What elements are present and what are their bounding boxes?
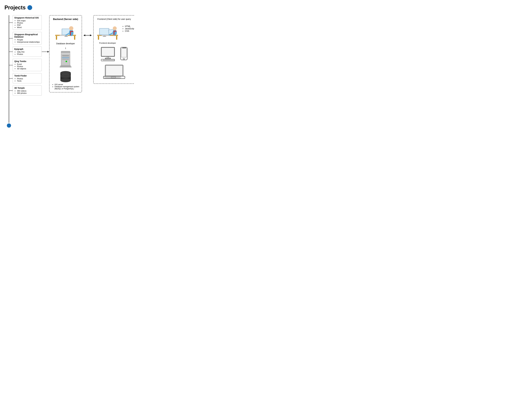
laptop-device xyxy=(102,64,126,81)
project-title-tomb-finder: Tomb Finder xyxy=(14,75,40,77)
database-figure xyxy=(52,69,80,83)
project-box-3d-temple: 3D Temple 360 videos 360 photos xyxy=(13,85,42,96)
project-box-singapore-biographical: Singapore Biographical Database People I… xyxy=(13,32,42,45)
project-item: Photos xyxy=(17,53,40,55)
svg-marker-33 xyxy=(90,34,92,36)
project-item: Photos xyxy=(17,22,40,24)
right-arrow-svg xyxy=(42,49,49,54)
svg-point-29 xyxy=(60,79,71,82)
project-title-singapore-historical-gis: Singapore Historical GIS xyxy=(14,16,40,19)
svg-point-45 xyxy=(113,30,117,35)
backend-bullet-2: Database management system (MySQL or Pos… xyxy=(55,86,80,90)
database-developer-label: Database developer xyxy=(52,42,80,45)
project-item: GIS maps xyxy=(17,19,40,22)
backend-title: Backend (Server side) xyxy=(52,18,80,21)
svg-rect-39 xyxy=(100,29,109,34)
svg-rect-41 xyxy=(103,36,106,37)
svg-point-1 xyxy=(7,123,11,128)
svg-point-12 xyxy=(69,30,73,36)
svg-rect-21 xyxy=(62,57,69,58)
tech-html: HTML xyxy=(125,25,134,28)
svg-rect-10 xyxy=(65,36,68,37)
project-title-epigraph: Epigraph xyxy=(14,48,40,50)
svg-rect-22 xyxy=(62,59,69,60)
project-box-singapore-historical-gis: Singapore Historical GIS GIS maps Photos… xyxy=(13,15,42,30)
frontend-box: Frontend (Client side) for user query xyxy=(93,15,134,84)
title-dot xyxy=(28,5,32,10)
svg-rect-19 xyxy=(61,53,70,54)
svg-rect-63 xyxy=(106,66,122,75)
project-item: Word xyxy=(17,26,40,29)
frontend-developer-label: Frontend developer xyxy=(96,42,119,44)
svg-rect-49 xyxy=(114,31,116,32)
svg-rect-18 xyxy=(61,51,70,53)
svg-rect-52 xyxy=(107,57,109,58)
svg-rect-53 xyxy=(105,58,111,59)
double-arrow-svg xyxy=(83,33,92,38)
project-item: Interpersonal relationships xyxy=(17,41,40,43)
client-devices-area xyxy=(96,46,133,81)
project-item: XML/TEI xyxy=(17,51,40,53)
svg-point-28 xyxy=(60,74,71,78)
project-title-singapore-biographical: Singapore Biographical Database xyxy=(14,33,40,38)
backend-bullet-1: GIS server xyxy=(55,84,80,86)
svg-rect-51 xyxy=(102,48,114,56)
svg-marker-3 xyxy=(47,51,49,53)
svg-rect-54 xyxy=(101,59,115,61)
project-item: People xyxy=(17,39,40,41)
svg-point-13 xyxy=(69,26,73,30)
database-developer-figure xyxy=(52,22,80,42)
svg-marker-32 xyxy=(84,34,85,36)
frontend-developer-figure: Frontend developer xyxy=(96,22,119,44)
svg-rect-24 xyxy=(60,65,71,66)
backend-bullets: GIS server Database management system (M… xyxy=(52,84,80,90)
svg-rect-44 xyxy=(102,35,110,36)
svg-rect-20 xyxy=(62,55,69,56)
project-box-tomb-finder: Tomb Finder Photos Texts xyxy=(13,73,42,83)
project-item: Texts xyxy=(17,80,40,82)
down-arrow: ↓ xyxy=(52,46,80,50)
server-figure xyxy=(52,50,80,68)
project-box-epigraph: Epigraph XML/TEI Photos xyxy=(13,46,42,57)
project-item: 3D objects xyxy=(17,68,40,70)
bracket-svg xyxy=(4,15,14,128)
svg-rect-5 xyxy=(56,36,57,40)
svg-rect-36 xyxy=(98,36,99,40)
tech-css: CSS xyxy=(125,30,134,32)
svg-rect-6 xyxy=(74,36,75,40)
svg-rect-64 xyxy=(103,76,125,79)
frontend-title: Frontend (Client side) for user query xyxy=(96,18,133,20)
backend-box: Backend (Server side) xyxy=(49,15,82,92)
svg-rect-37 xyxy=(116,36,117,40)
project-item: 360 videos xyxy=(17,90,40,92)
svg-rect-58 xyxy=(121,48,127,57)
project-box-qing-tombs: Qing Tombs Excel Photos 3D objects xyxy=(13,59,42,71)
project-title-qing-tombs: Qing Tombs xyxy=(14,60,40,62)
project-item: Excel xyxy=(17,63,40,65)
svg-rect-25 xyxy=(60,66,72,67)
frontend-tech-list: HTML JavaScript CSS xyxy=(122,25,134,32)
project-item: Photos xyxy=(17,65,40,68)
tech-javascript: JavaScript xyxy=(125,28,134,30)
project-item: Photos xyxy=(17,77,40,80)
project-item: PDF xyxy=(17,24,40,26)
desktop-device xyxy=(101,46,117,62)
svg-rect-16 xyxy=(70,31,73,32)
svg-point-46 xyxy=(113,26,117,30)
projects-title: Projects xyxy=(4,4,26,11)
mobile-device xyxy=(120,46,128,62)
svg-point-23 xyxy=(66,61,67,62)
project-title-3d-temple: 3D Temple xyxy=(14,87,40,89)
project-item: 360 photos xyxy=(17,92,40,94)
